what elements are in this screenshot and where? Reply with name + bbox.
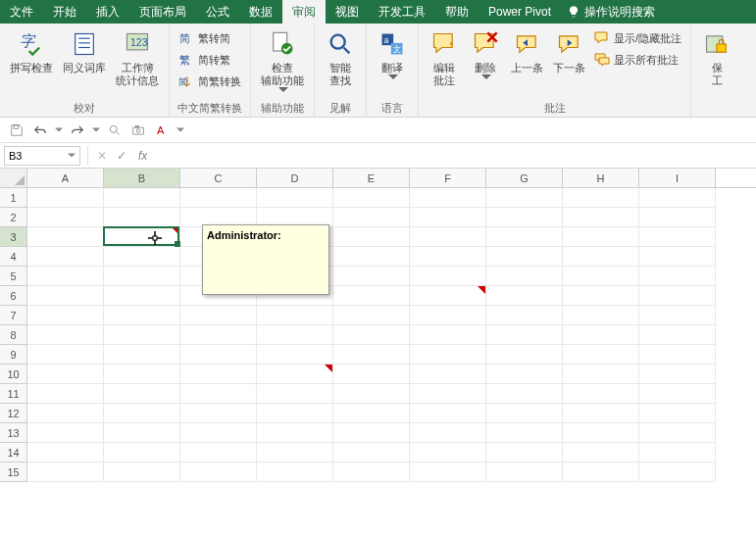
cell[interactable] — [104, 345, 180, 365]
column-header[interactable]: D — [257, 169, 333, 187]
cell[interactable] — [563, 384, 639, 404]
tab-公式[interactable]: 公式 — [196, 0, 239, 24]
cell[interactable] — [563, 345, 639, 365]
cell[interactable] — [180, 384, 257, 404]
cell[interactable] — [563, 423, 639, 443]
column-header[interactable]: H — [563, 169, 639, 187]
cell[interactable] — [104, 267, 180, 286]
row-header[interactable]: 1 — [0, 188, 27, 208]
cell[interactable] — [486, 247, 563, 267]
cell[interactable] — [257, 404, 333, 423]
cell[interactable] — [639, 365, 716, 384]
cell[interactable] — [27, 365, 104, 384]
enter-button[interactable]: ✓ — [117, 149, 126, 163]
smart-lookup-button[interactable]: 智能 查找 — [321, 25, 360, 101]
cell[interactable] — [27, 384, 104, 404]
tab-开始[interactable]: 开始 — [43, 0, 86, 24]
check-accessibility-button[interactable]: 检查 辅助功能 — [257, 25, 308, 101]
tell-me-search[interactable]: 操作说明搜索 — [561, 4, 661, 21]
cell[interactable] — [639, 423, 716, 443]
cell[interactable] — [410, 267, 486, 286]
chevron-down-icon[interactable] — [92, 127, 100, 132]
cell[interactable] — [104, 188, 180, 208]
prev-comment-button[interactable]: 上一条 — [507, 25, 547, 101]
cell[interactable] — [639, 345, 716, 365]
row-header[interactable]: 15 — [0, 463, 27, 482]
cell[interactable] — [180, 423, 257, 443]
show-all-comments-button[interactable]: 显示所有批注 — [591, 49, 684, 71]
cell[interactable] — [333, 365, 410, 384]
cell[interactable] — [410, 463, 486, 482]
cell[interactable] — [180, 325, 257, 345]
cell[interactable] — [257, 423, 333, 443]
cell[interactable] — [257, 325, 333, 345]
cell[interactable] — [257, 345, 333, 365]
cell[interactable] — [639, 306, 716, 325]
fx-label[interactable]: fx — [132, 149, 153, 163]
cell[interactable] — [257, 443, 333, 463]
cell[interactable] — [563, 188, 639, 208]
undo-button[interactable] — [31, 122, 49, 139]
redo-button[interactable] — [69, 122, 86, 139]
row-header[interactable]: 7 — [0, 306, 27, 325]
cell[interactable] — [104, 365, 180, 384]
cell[interactable] — [639, 463, 716, 482]
cell[interactable] — [410, 404, 486, 423]
column-header[interactable]: B — [104, 169, 180, 187]
cell[interactable] — [639, 286, 716, 306]
cell[interactable] — [563, 208, 639, 227]
cell[interactable] — [104, 325, 180, 345]
delete-comment-button[interactable]: 删除 — [466, 25, 505, 101]
cell[interactable] — [180, 345, 257, 365]
cell[interactable] — [486, 345, 563, 365]
cell[interactable] — [486, 463, 563, 482]
cell[interactable] — [333, 306, 410, 325]
cell[interactable] — [563, 306, 639, 325]
cell[interactable] — [104, 306, 180, 325]
next-comment-button[interactable]: 下一条 — [549, 25, 589, 101]
column-header[interactable]: I — [639, 169, 716, 187]
workbook-stats-button[interactable]: 123 工作簿 统计信息 — [112, 25, 163, 101]
cell[interactable] — [486, 267, 563, 286]
spellcheck-button[interactable]: 字 拼写检查 — [6, 25, 57, 101]
cell[interactable] — [104, 443, 180, 463]
row-header[interactable]: 9 — [0, 345, 27, 365]
cell[interactable] — [410, 208, 486, 227]
cell[interactable] — [104, 463, 180, 482]
cell[interactable] — [180, 365, 257, 384]
cell[interactable] — [333, 325, 410, 345]
comment-popup[interactable]: Administrator: — [202, 224, 329, 295]
tab-页面布局[interactable]: 页面布局 — [129, 0, 196, 24]
cell[interactable] — [257, 188, 333, 208]
cell[interactable] — [27, 423, 104, 443]
cell[interactable] — [104, 208, 180, 227]
cell[interactable] — [27, 345, 104, 365]
row-header[interactable]: 5 — [0, 267, 27, 286]
simp-to-trad-button[interactable]: 繁简转繁 — [176, 49, 244, 71]
cell[interactable] — [333, 188, 410, 208]
cell[interactable] — [486, 188, 563, 208]
cell[interactable] — [333, 423, 410, 443]
cell[interactable] — [333, 384, 410, 404]
row-header[interactable]: 14 — [0, 443, 27, 463]
translate-button[interactable]: a文 翻译 — [373, 25, 412, 101]
row-header[interactable]: 10 — [0, 365, 27, 384]
cell[interactable] — [410, 306, 486, 325]
tab-Power Pivot[interactable]: Power Pivot — [479, 0, 561, 24]
cell[interactable] — [333, 267, 410, 286]
chevron-down-icon[interactable] — [176, 127, 184, 132]
cell[interactable] — [410, 325, 486, 345]
cell[interactable] — [27, 325, 104, 345]
cell[interactable] — [410, 227, 486, 247]
cell[interactable] — [180, 306, 257, 325]
cell[interactable] — [333, 286, 410, 306]
cell[interactable] — [333, 227, 410, 247]
cell[interactable] — [486, 306, 563, 325]
row-header[interactable]: 3 — [0, 227, 27, 247]
tab-数据[interactable]: 数据 — [239, 0, 282, 24]
cell[interactable] — [639, 227, 716, 247]
chevron-down-icon[interactable] — [55, 127, 63, 132]
tab-帮助[interactable]: 帮助 — [435, 0, 479, 24]
cell[interactable] — [639, 443, 716, 463]
cell[interactable] — [333, 247, 410, 267]
